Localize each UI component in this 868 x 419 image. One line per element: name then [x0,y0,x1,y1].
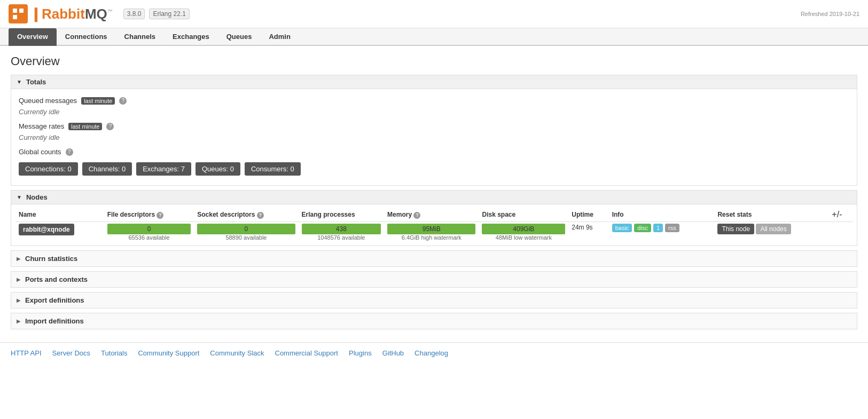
nav-item-channels[interactable]: Channels [116,28,165,46]
nodes-title: Nodes [26,193,48,201]
uptime-cell: 24m 9s [568,222,608,243]
footer-link-server-docs[interactable]: Server Docs [52,349,91,357]
nodes-header[interactable]: ▼ Nodes [11,191,857,204]
info-cell: basic disc 1 rss [609,222,715,243]
node-name-cell: rabbit@xqnode [15,222,104,243]
col-erlang-processes: Erlang processes [299,208,384,222]
erlang-processes-bar: 438 [302,224,381,234]
col-reset-stats: Reset stats [714,208,828,222]
exchanges-count-badge[interactable]: Exchanges: 7 [136,162,191,176]
node-name: rabbit@xqnode [19,224,74,235]
svg-rect-0 [13,9,17,13]
erlang-badge: Erlang 22.1 [149,9,189,19]
collapsible-label-import-definitions: Import definitions [25,317,84,325]
collapsible-header-ports-and-contexts[interactable]: ▶ Ports and contexts [11,271,857,288]
message-rates-badge[interactable]: last minute [68,123,102,130]
queued-messages-idle: Currently idle [19,107,849,117]
collapsible-section-export-definitions: ▶ Export definitions [11,292,857,309]
global-counts-row: Global counts ? [19,146,849,158]
collapsible-label-churn-statistics: Churn statistics [25,255,77,263]
nodes-section: ▼ Nodes Name File descriptors ? Socket d… [11,190,857,246]
collapsible-section-churn-statistics: ▶ Churn statistics [11,250,857,267]
reset-stats-cell: This node All nodes [714,222,828,243]
all-nodes-button[interactable]: All nodes [756,224,791,234]
footer-link-community-support[interactable]: Community Support [138,349,199,357]
col-plus-minus[interactable]: +/- [828,208,853,222]
logo-icon [9,4,28,23]
message-rates-help-icon[interactable]: ? [106,123,114,130]
memory-help-icon[interactable]: ? [413,212,420,219]
memory-watermark: 6.4GiB high watermark [387,234,475,241]
queues-count-badge[interactable]: Queues: 0 [196,162,240,176]
tag-rss: rss [665,224,679,232]
message-rates-label: Message rates [19,122,64,130]
queued-messages-help-icon[interactable]: ? [119,97,127,105]
refresh-info: Refreshed 2019-10-21 [801,11,859,17]
footer-link-commercial-support[interactable]: Commercial Support [275,349,339,357]
global-counts-help-icon[interactable]: ? [66,148,73,156]
this-node-button[interactable]: This node [717,224,754,234]
collapsible-header-export-definitions[interactable]: ▶ Export definitions [11,292,857,309]
svg-rect-2 [13,15,17,19]
logo-text: ❙RabbitMQ™ [30,6,113,22]
tag-basic: basic [612,224,632,232]
col-disk-space: Disk space [479,208,568,222]
col-file-descriptors: File descriptors ? [104,208,194,222]
info-tags: basic disc 1 rss [612,224,711,232]
nav-item-admin[interactable]: Admin [260,28,299,46]
message-rates-idle: Currently idle [19,132,849,143]
chevron-right-icon: ▶ [17,276,21,282]
socket-descriptors-bar: 0 [197,224,295,234]
footer-link-plugins[interactable]: Plugins [349,349,372,357]
collapsible-label-export-definitions: Export definitions [25,296,84,304]
connections-count-badge[interactable]: Connections: 0 [19,162,78,176]
totals-arrow-icon: ▼ [17,79,22,85]
uptime-value: 24m 9s [572,222,592,231]
collapsible-label-ports-and-contexts: Ports and contexts [25,275,88,283]
nav-item-queues[interactable]: Queues [218,28,261,46]
collapsible-header-churn-statistics[interactable]: ▶ Churn statistics [11,250,857,267]
disk-space-watermark: 48MiB low watermark [482,234,565,241]
col-uptime: Uptime [568,208,608,222]
consumers-count-badge[interactable]: Consumers: 0 [245,162,301,176]
header: ❙RabbitMQ™ 3.8.0 Erlang 22.1 Refreshed 2… [0,0,868,28]
chevron-right-icon: ▶ [17,318,21,324]
totals-header[interactable]: ▼ Totals [11,75,857,89]
chevron-right-icon: ▶ [17,256,21,262]
channels-count-badge[interactable]: Channels: 0 [82,162,132,176]
totals-section: ▼ Totals Queued messages last minute ? C… [11,75,857,186]
file-descriptors-help-icon[interactable]: ? [157,212,163,219]
disk-space-cell: 409GiB 48MiB low watermark [479,222,568,243]
page-title: Overview [11,54,857,68]
nav-item-exchanges[interactable]: Exchanges [164,28,218,46]
socket-descriptors-cell: 0 58890 available [194,222,298,243]
footer-link-changelog[interactable]: Changelog [415,349,448,357]
nodes-table: Name File descriptors ? Socket descripto… [15,208,853,242]
nodes-table-body: rabbit@xqnode 0 65536 available 0 58890 … [15,222,853,243]
version-info: 3.8.0 Erlang 22.1 [123,9,190,19]
collapsible-header-import-definitions[interactable]: ▶ Import definitions [11,313,857,329]
queued-messages-label: Queued messages [19,97,77,105]
col-name: Name [15,208,104,222]
file-descriptors-bar: 0 [107,224,191,234]
global-counts-label: Global counts [19,148,61,156]
nodes-table-header-row: Name File descriptors ? Socket descripto… [15,208,853,222]
version-badge: 3.8.0 [123,9,145,19]
file-descriptors-available: 65536 available [107,234,191,241]
queued-messages-row: Queued messages last minute ? [19,94,849,107]
nav-item-connections[interactable]: Connections [57,28,116,46]
collapsible-sections: ▶ Churn statistics ▶ Ports and contexts … [11,250,857,329]
queued-messages-badge[interactable]: last minute [81,97,115,105]
erlang-processes-cell: 438 1048576 available [299,222,384,243]
logo: ❙RabbitMQ™ [9,4,113,23]
footer-link-http-api[interactable]: HTTP API [11,349,42,357]
nav-item-overview[interactable]: Overview [9,28,57,46]
col-socket-descriptors: Socket descriptors ? [194,208,298,222]
totals-title: Totals [26,78,46,86]
footer-link-github[interactable]: GitHub [382,349,404,357]
socket-descriptors-help-icon[interactable]: ? [257,212,264,219]
footer-link-tutorials[interactable]: Tutorials [101,349,127,357]
col-info: Info [609,208,715,222]
footer-link-community-slack[interactable]: Community Slack [210,349,264,357]
socket-descriptors-available: 58890 available [197,234,295,241]
